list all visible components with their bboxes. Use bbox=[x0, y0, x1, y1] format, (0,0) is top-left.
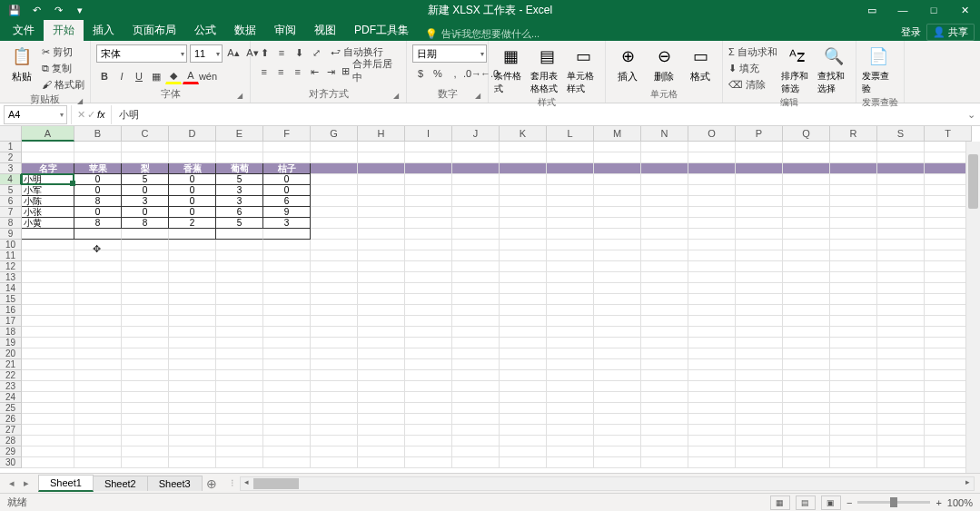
cell[interactable] bbox=[74, 359, 122, 370]
new-sheet-button[interactable]: ⊕ bbox=[202, 476, 222, 491]
cell[interactable] bbox=[311, 250, 358, 261]
cell[interactable] bbox=[122, 381, 169, 392]
cell[interactable] bbox=[877, 240, 925, 250]
cell[interactable] bbox=[216, 381, 263, 392]
cell[interactable] bbox=[500, 207, 547, 218]
cell[interactable] bbox=[311, 348, 358, 359]
cell[interactable] bbox=[594, 338, 641, 348]
cell[interactable] bbox=[783, 359, 830, 370]
cell[interactable] bbox=[688, 294, 736, 305]
cell[interactable] bbox=[169, 229, 216, 240]
cell[interactable]: 0 bbox=[169, 207, 216, 218]
cell[interactable] bbox=[783, 425, 830, 436]
cell[interactable] bbox=[500, 142, 547, 152]
col-header-J[interactable]: J bbox=[452, 126, 500, 142]
cell[interactable] bbox=[22, 250, 74, 261]
cell[interactable] bbox=[311, 294, 358, 305]
cell[interactable] bbox=[877, 414, 925, 425]
cell[interactable] bbox=[736, 414, 783, 425]
row-header-5[interactable]: 5 bbox=[0, 185, 22, 196]
cell[interactable] bbox=[405, 163, 452, 174]
cell[interactable] bbox=[877, 327, 925, 338]
cell[interactable] bbox=[736, 425, 783, 436]
cell[interactable] bbox=[877, 152, 925, 163]
cell[interactable] bbox=[688, 457, 736, 468]
cell[interactable] bbox=[736, 152, 783, 163]
cell[interactable] bbox=[22, 457, 74, 468]
cell[interactable] bbox=[311, 305, 358, 316]
cell[interactable] bbox=[736, 207, 783, 218]
clear-button[interactable]: ⌫清除 bbox=[728, 77, 777, 92]
cell[interactable] bbox=[452, 261, 500, 272]
cell[interactable] bbox=[736, 392, 783, 403]
cell[interactable] bbox=[358, 403, 405, 414]
cell[interactable] bbox=[263, 359, 311, 370]
cell[interactable] bbox=[547, 414, 594, 425]
cell[interactable] bbox=[877, 163, 925, 174]
qat-more-icon[interactable]: ▾ bbox=[71, 2, 89, 18]
cell[interactable] bbox=[736, 446, 783, 457]
cell[interactable] bbox=[358, 370, 405, 381]
cell[interactable] bbox=[263, 305, 311, 316]
cell[interactable] bbox=[877, 370, 925, 381]
cell[interactable] bbox=[74, 338, 122, 348]
launcher-icon[interactable]: ◢ bbox=[473, 92, 482, 101]
cell[interactable] bbox=[500, 425, 547, 436]
cell[interactable] bbox=[783, 436, 830, 446]
row-header-11[interactable]: 11 bbox=[0, 250, 22, 261]
close-icon[interactable]: ✕ bbox=[949, 0, 980, 20]
cell[interactable] bbox=[311, 229, 358, 240]
cell[interactable] bbox=[452, 381, 500, 392]
cell[interactable] bbox=[547, 283, 594, 294]
cell[interactable] bbox=[452, 359, 500, 370]
cell[interactable] bbox=[452, 414, 500, 425]
cell[interactable] bbox=[311, 359, 358, 370]
cell[interactable] bbox=[830, 283, 877, 294]
cell[interactable] bbox=[216, 414, 263, 425]
expand-formula-icon[interactable]: ⌄ bbox=[962, 109, 980, 121]
cell[interactable] bbox=[688, 250, 736, 261]
cell[interactable] bbox=[500, 370, 547, 381]
cell[interactable] bbox=[405, 185, 452, 196]
cell[interactable] bbox=[169, 425, 216, 436]
cell[interactable]: 3 bbox=[216, 185, 263, 196]
cell[interactable] bbox=[736, 229, 783, 240]
cell[interactable] bbox=[122, 283, 169, 294]
cell[interactable] bbox=[594, 436, 641, 446]
cell[interactable] bbox=[830, 436, 877, 446]
normal-view-icon[interactable]: ▦ bbox=[770, 495, 790, 510]
cell[interactable] bbox=[736, 174, 783, 185]
cell[interactable] bbox=[452, 348, 500, 359]
cell[interactable] bbox=[405, 381, 452, 392]
cell[interactable] bbox=[358, 142, 405, 152]
cell[interactable] bbox=[830, 163, 877, 174]
cell[interactable] bbox=[641, 152, 688, 163]
cell[interactable] bbox=[358, 207, 405, 218]
cut-button[interactable]: ✂剪切 bbox=[42, 44, 84, 59]
cell[interactable] bbox=[358, 261, 405, 272]
cell[interactable] bbox=[263, 392, 311, 403]
cell[interactable] bbox=[688, 370, 736, 381]
cell[interactable] bbox=[783, 381, 830, 392]
cell[interactable] bbox=[405, 370, 452, 381]
cell[interactable] bbox=[405, 327, 452, 338]
cell[interactable] bbox=[830, 348, 877, 359]
cell[interactable] bbox=[594, 207, 641, 218]
cell[interactable] bbox=[877, 338, 925, 348]
cell[interactable] bbox=[122, 316, 169, 327]
cell[interactable] bbox=[594, 370, 641, 381]
cell[interactable] bbox=[263, 261, 311, 272]
cell[interactable] bbox=[641, 327, 688, 338]
cell[interactable] bbox=[216, 316, 263, 327]
undo-icon[interactable]: ↶ bbox=[27, 2, 45, 18]
cell[interactable]: 8 bbox=[74, 196, 122, 207]
cell[interactable] bbox=[594, 272, 641, 283]
cell[interactable] bbox=[783, 250, 830, 261]
cell[interactable] bbox=[547, 305, 594, 316]
tab-file[interactable]: 文件 bbox=[4, 20, 44, 41]
cell[interactable] bbox=[358, 240, 405, 250]
cell[interactable] bbox=[688, 425, 736, 436]
cell[interactable] bbox=[830, 240, 877, 250]
cell[interactable] bbox=[311, 207, 358, 218]
percent-icon[interactable]: % bbox=[430, 65, 446, 82]
